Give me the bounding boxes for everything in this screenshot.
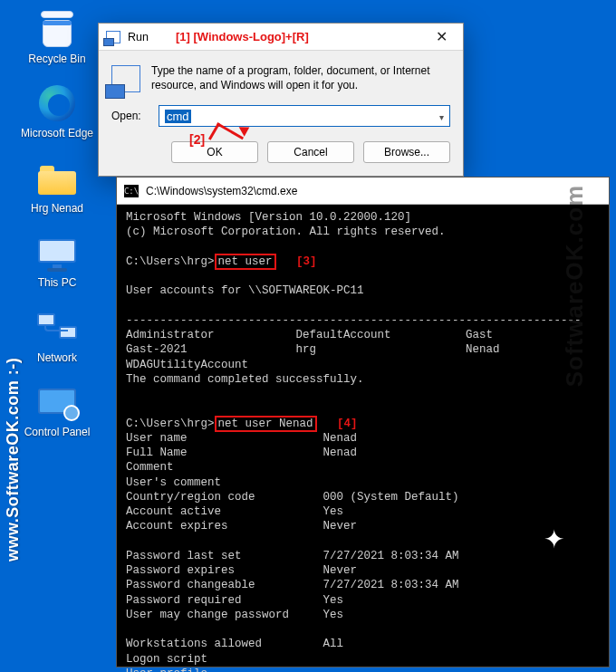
desktop-icons: Recycle Bin Microsoft Edge Hrg Nenad Thi… [16, 9, 98, 456]
command-highlight-2: net user Nenad [215, 416, 317, 432]
run-body-icon [111, 65, 140, 92]
open-input-value: cmd [165, 110, 191, 123]
chevron-down-icon[interactable]: ▾ [439, 112, 444, 122]
annotation-2: [2] [189, 132, 205, 147]
icon-label: Hrg Nenad [16, 202, 98, 215]
icon-label: Microsoft Edge [16, 127, 98, 139]
recycle-bin-icon[interactable]: Recycle Bin [16, 9, 98, 65]
run-dialog: Run [1] [Windows-Logo]+[R] ✕ Type the na… [98, 23, 464, 177]
cancel-button[interactable]: Cancel [267, 141, 354, 163]
network-icon[interactable]: Network [16, 308, 98, 364]
run-title-text: Run [128, 31, 149, 43]
silhouette-graphic: ✦ [498, 518, 607, 654]
watermark-right: SoftwareOK.com [561, 185, 589, 388]
control-panel-icon[interactable]: Control Panel [16, 382, 98, 438]
open-input[interactable]: cmd ▾ [159, 105, 450, 127]
cmd-title-icon: C:\ [124, 185, 139, 197]
run-app-icon [106, 31, 120, 43]
this-pc-icon[interactable]: This PC [16, 233, 98, 289]
open-label: Open: [111, 110, 151, 122]
annotation-1: [1] [Windows-Logo]+[R] [176, 30, 309, 43]
run-titlebar[interactable]: Run [1] [Windows-Logo]+[R] ✕ [99, 24, 463, 51]
user-folder-icon[interactable]: Hrg Nenad [16, 158, 98, 215]
command-highlight-1: net user [215, 254, 276, 270]
cmd-title-text: C:\Windows\system32\cmd.exe [146, 185, 297, 197]
run-description: Type the name of a program, folder, docu… [151, 63, 450, 92]
close-icon[interactable]: ✕ [421, 28, 461, 45]
icon-label: This PC [16, 276, 98, 289]
cmd-titlebar[interactable]: C:\ C:\Windows\system32\cmd.exe [117, 178, 609, 205]
ok-button[interactable]: OK [171, 141, 258, 163]
icon-label: Control Panel [16, 426, 98, 438]
browse-button[interactable]: Browse... [363, 141, 450, 163]
annotation-3: [3] [296, 255, 317, 268]
icon-label: Recycle Bin [16, 53, 98, 65]
edge-icon[interactable]: Microsoft Edge [16, 83, 98, 139]
icon-label: Network [16, 351, 98, 364]
watermark-left: www.SoftwareOK.com :-) [4, 326, 23, 562]
annotation-4: [4] [337, 418, 358, 430]
